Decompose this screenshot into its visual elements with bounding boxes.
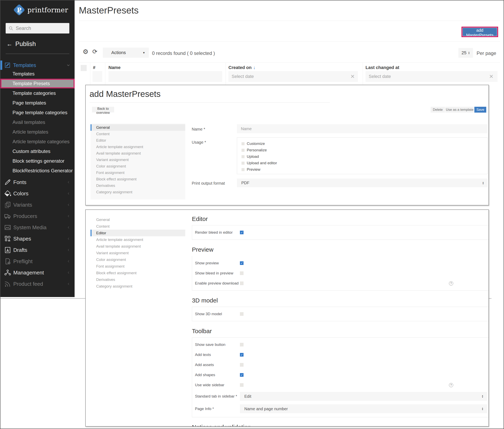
last-changed-date-filter[interactable] xyxy=(365,71,497,82)
column-header-last-changed[interactable]: Last changed at xyxy=(365,65,399,70)
chevron-left-icon[interactable] xyxy=(67,180,70,184)
help-icon[interactable]: ? xyxy=(449,383,453,387)
column-header-hash[interactable]: # xyxy=(93,65,95,70)
sidebar-search[interactable] xyxy=(6,23,69,34)
usage-option-customize[interactable]: ✓Customize xyxy=(237,140,487,147)
sidebar-section-shapes[interactable]: Shapes xyxy=(0,233,75,244)
sidebar-item-custom-attributes[interactable]: Custom attributes xyxy=(0,146,75,156)
clear-created-filter-icon[interactable]: ✕ xyxy=(350,73,355,80)
column-header-name[interactable]: Name xyxy=(108,65,121,70)
back-to-overview-button[interactable]: Back to overview xyxy=(92,107,114,112)
preset-nav-item-block-effect-assignment[interactable]: Block effect assignment xyxy=(90,270,185,276)
sidebar-section-colors[interactable]: Colors xyxy=(0,188,75,199)
sidebar-item-article-templates[interactable]: Article templates xyxy=(0,127,75,137)
preset-nav-item-color-assignment[interactable]: Color assignment xyxy=(90,163,185,170)
sidebar-item-avail-templates[interactable]: Avail templates xyxy=(0,117,75,127)
preset-nav-item-block-effect-assignment[interactable]: Block effect assignment xyxy=(90,176,185,182)
save-button[interactable]: Save xyxy=(474,107,486,113)
sidebar-item-block-settings-generator[interactable]: Block settings generator xyxy=(0,156,75,166)
preset-nav-item-font-assignment[interactable]: Font assignment xyxy=(90,170,185,176)
sidebar-item-page-templates[interactable]: Page templates xyxy=(0,98,75,108)
preset-nav-item-content[interactable]: Content xyxy=(90,223,185,230)
sidebar-section-variants[interactable]: Variants xyxy=(0,199,75,210)
gear-icon[interactable]: ⚙ xyxy=(83,48,88,55)
checkbox-checked[interactable]: ✓ xyxy=(240,261,243,265)
preset-nav-item-editor[interactable]: Editor xyxy=(90,230,185,236)
chevron-left-icon[interactable] xyxy=(67,248,70,252)
checkbox-unchecked[interactable]: ✓ xyxy=(242,155,244,158)
sidebar-item-template-presets[interactable]: Template Presets xyxy=(0,79,75,88)
actions-dropdown[interactable]: Actions ▼ xyxy=(103,48,149,58)
preset-nav-item-derivatives[interactable]: Derivatives xyxy=(90,276,185,283)
preset-nav-item-article-template-assignment[interactable]: Article template assignment xyxy=(90,144,185,150)
checkbox-unchecked[interactable]: ✓ xyxy=(242,149,244,152)
sidebar-section-fonts[interactable]: Fonts xyxy=(0,177,75,188)
setting-select[interactable]: Edit▲▼ xyxy=(240,392,487,401)
delete-button[interactable]: Delete xyxy=(431,107,445,113)
created-on-date-filter[interactable] xyxy=(228,71,358,82)
add-masterpresets-button[interactable]: add MasterPresets xyxy=(463,28,497,36)
name-filter-input[interactable] xyxy=(108,71,222,82)
search-input[interactable] xyxy=(16,26,62,31)
preset-name-input[interactable] xyxy=(237,124,488,133)
usage-option-personalize[interactable]: ✓Personalize xyxy=(237,147,487,153)
sidebar-item-article-template-categories[interactable]: Article template categories xyxy=(0,137,75,146)
chevron-left-icon[interactable] xyxy=(67,259,70,263)
checkbox-unchecked[interactable]: ✓ xyxy=(242,168,244,171)
preset-nav-item-content[interactable]: Content xyxy=(90,131,185,137)
use-as-template-button[interactable]: Use as a template xyxy=(445,107,474,113)
sidebar-section-system-media[interactable]: System Media xyxy=(0,222,75,233)
chevron-left-icon[interactable] xyxy=(67,271,70,275)
preset-nav-item-variant-assignment[interactable]: Variant assignment xyxy=(90,157,185,163)
preset-nav-item-variant-assignment[interactable]: Variant assignment xyxy=(90,250,185,256)
checkbox-unchecked[interactable]: ✓ xyxy=(240,281,243,285)
chevron-left-icon[interactable] xyxy=(67,225,70,229)
checkbox-checked[interactable]: ✓ xyxy=(240,373,243,377)
chevron-down-icon[interactable] xyxy=(67,63,70,67)
checkbox-checked[interactable]: ✓ xyxy=(240,353,243,357)
checkbox-unchecked[interactable]: ✓ xyxy=(240,383,243,387)
clear-last-changed-filter-icon[interactable]: ✕ xyxy=(489,73,494,80)
preset-nav-item-color-assignment[interactable]: Color assignment xyxy=(90,256,185,263)
preset-nav-item-category-assignment[interactable]: Category assignment xyxy=(90,189,185,195)
sidebar-item-blockrestrictions-generator[interactable]: BlockRestrictions Generator xyxy=(0,166,75,176)
select-all-checkbox[interactable] xyxy=(81,65,87,71)
print-format-select[interactable]: PDF ▲▼ xyxy=(237,179,488,187)
chevron-left-icon[interactable] xyxy=(67,282,70,286)
usage-option-upload-and-editor[interactable]: ✓Upload and editor xyxy=(237,160,487,166)
chevron-left-icon[interactable] xyxy=(67,203,70,207)
setting-select[interactable]: Name and page number▲▼ xyxy=(240,404,487,413)
preset-nav-item-avail-template-assignment[interactable]: Avail template assignment xyxy=(90,150,185,157)
brand-logo[interactable]: P printformer xyxy=(13,4,68,16)
sidebar-section-product-feed[interactable]: Product feed xyxy=(0,278,75,290)
help-icon[interactable]: ? xyxy=(449,281,453,286)
column-header-created-on[interactable]: Created on↓ xyxy=(228,65,255,70)
preset-nav-item-derivatives[interactable]: Derivatives xyxy=(90,182,185,189)
checkbox-unchecked[interactable]: ✓ xyxy=(240,271,243,275)
chevron-left-icon[interactable] xyxy=(67,214,70,218)
checkbox-unchecked[interactable]: ✓ xyxy=(242,142,244,145)
preset-nav-item-editor[interactable]: Editor xyxy=(90,137,185,144)
sidebar-section-management[interactable]: Management xyxy=(0,267,75,278)
checkbox-unchecked[interactable]: ✓ xyxy=(242,162,244,165)
sidebar-item-templates[interactable]: Templates xyxy=(0,69,75,79)
sidebar-item-page-template-categories[interactable]: Page template categories xyxy=(0,108,75,117)
sidebar-group-templates[interactable]: Templates xyxy=(0,61,75,70)
per-page-select[interactable]: 25 ▲▼ xyxy=(459,48,473,58)
preset-nav-item-font-assignment[interactable]: Font assignment xyxy=(90,263,185,270)
sidebar-section-producers[interactable]: Producers xyxy=(0,210,75,222)
preset-nav-item-general[interactable]: General xyxy=(90,124,185,131)
checkbox-checked[interactable]: ✓ xyxy=(240,231,243,234)
preset-nav-item-avail-template-assignment[interactable]: Avail template assignment xyxy=(90,243,185,250)
chevron-left-icon[interactable] xyxy=(67,191,70,196)
usage-option-preview[interactable]: ✓Preview xyxy=(237,166,487,173)
usage-option-upload[interactable]: ✓Upload xyxy=(237,153,487,160)
hash-filter-input[interactable] xyxy=(93,71,102,82)
sidebar-section-preflight[interactable]: Preflight xyxy=(0,256,75,267)
chevron-left-icon[interactable] xyxy=(67,237,70,241)
preset-nav-item-category-assignment[interactable]: Category assignment xyxy=(90,283,185,290)
sidebar-section-drafts[interactable]: Drafts xyxy=(0,244,75,256)
preset-nav-item-article-template-assignment[interactable]: Article template assignment xyxy=(90,236,185,243)
refresh-icon[interactable]: ⟳ xyxy=(92,48,97,55)
checkbox-unchecked[interactable]: ✓ xyxy=(240,363,243,367)
